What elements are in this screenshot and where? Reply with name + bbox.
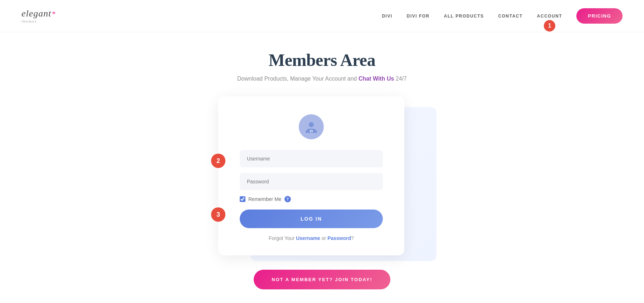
forgot-password-link[interactable]: Password [327,235,351,241]
join-button[interactable]: NOT A MEMBER YET? JOIN TODAY! [254,270,390,289]
username-input[interactable] [240,150,383,167]
account-notification-badge: 1 [544,20,555,32]
page-title: Members Area [269,50,375,70]
page-subtitle: Download Products, Manage Your Account a… [237,76,407,82]
subtitle-suffix: 24/7 [394,76,407,82]
login-form-container: 2 3 [218,96,426,255]
username-group [240,150,383,167]
logo[interactable]: elegant* themes [21,9,56,23]
main-nav: DIVI DIVI FOR ALL PRODUCTS CONTACT ACCOU… [382,8,623,24]
svg-rect-3 [311,131,312,133]
login-card: Remember Me ? LOG IN Forgot Your Usernam… [218,96,404,255]
pricing-button[interactable]: PRICING [576,8,623,24]
forgot-suffix: ? [351,235,354,241]
forgot-prefix: Forgot Your [269,235,296,241]
forgot-text: Forgot Your Username or Password? [240,235,383,241]
nav-account-wrapper[interactable]: ACCOUNT 1 [537,14,562,19]
badge-2: 2 [211,154,225,168]
nav-divi[interactable]: DIVI [382,14,392,19]
login-button[interactable]: LOG IN [240,210,383,228]
chat-link[interactable]: Chat With Us [358,76,394,82]
help-icon[interactable]: ? [284,196,291,202]
main-content: Members Area Download Products, Manage Y… [0,32,644,303]
forgot-or: or [320,235,327,241]
subtitle-prefix: Download Products, Manage Your Account a… [237,76,358,82]
svg-point-1 [309,122,314,127]
remember-label: Remember Me [248,196,282,202]
avatar [299,114,324,139]
nav-all-products[interactable]: ALL PRODUCTS [444,14,484,19]
nav-contact[interactable]: CONTACT [498,14,523,19]
site-header: elegant* themes DIVI DIVI FOR ALL PRODUC… [0,0,644,32]
logo-star: * [52,10,56,18]
nav-divi-for[interactable]: DIVI FOR [407,14,430,19]
avatar-container [240,114,383,139]
logo-brand: elegant* [21,8,56,19]
svg-rect-4 [311,130,312,131]
remember-row: Remember Me ? [240,196,383,202]
badge-3: 3 [211,207,225,222]
forgot-username-link[interactable]: Username [296,235,320,241]
password-group [240,173,383,190]
password-input[interactable] [240,173,383,190]
nav-account[interactable]: ACCOUNT [537,14,562,19]
logo-sub: themes [21,19,56,23]
remember-checkbox[interactable] [240,196,245,202]
user-icon [304,119,319,134]
